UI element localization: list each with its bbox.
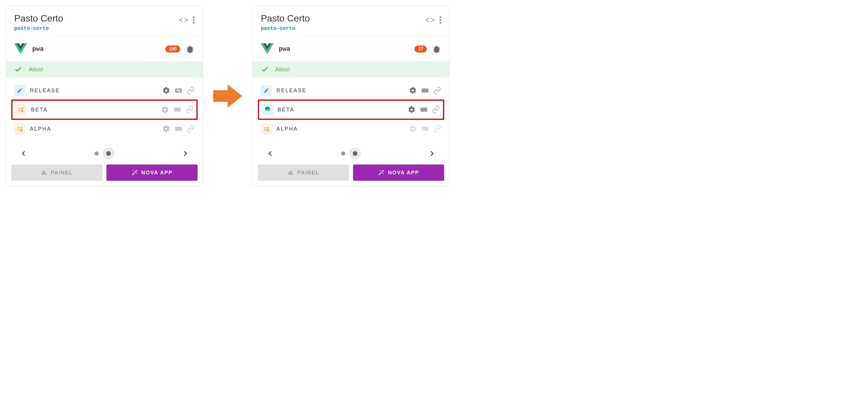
painel-button[interactable]: PAINEL <box>258 164 349 181</box>
painel-button[interactable]: PAINEL <box>11 164 102 181</box>
activity-icon[interactable] <box>173 106 181 114</box>
page-dot-active[interactable] <box>103 148 114 159</box>
svg-rect-12 <box>175 127 182 131</box>
page-dot-active[interactable] <box>349 148 361 159</box>
gear-icon[interactable] <box>409 125 417 133</box>
link-icon[interactable] <box>185 106 193 114</box>
checklist-icon <box>14 123 25 134</box>
kebab-menu-icon[interactable] <box>439 16 441 24</box>
chart-icon <box>287 169 294 176</box>
channel-name: ALPHA <box>276 126 404 132</box>
channel-row-release[interactable]: RELEASE <box>258 82 444 99</box>
channel-row-beta[interactable]: BETA <box>258 99 444 120</box>
gear-icon[interactable] <box>162 87 170 95</box>
button-row: PAINEL NOVA APP <box>253 164 450 186</box>
pencil-icon <box>14 85 25 96</box>
status-row: Ativo! <box>6 61 203 77</box>
project-slug[interactable]: pasto-certo <box>14 26 63 31</box>
notification-badge[interactable]: 37 <box>414 45 427 53</box>
activity-icon[interactable] <box>421 125 429 133</box>
transition-arrow-icon <box>212 83 244 109</box>
project-card-after: Pasto Certo pasto-certo < > pwa 37 Ativo… <box>252 6 450 186</box>
gear-icon[interactable] <box>408 106 416 114</box>
chevron-right-icon[interactable] <box>429 150 435 157</box>
status-row: Ativo! <box>253 61 450 77</box>
app-row: pwa 37 <box>253 37 450 61</box>
chevron-left-icon[interactable] <box>21 150 27 157</box>
button-row: PAINEL NOVA APP <box>6 164 203 186</box>
project-slug[interactable]: pasto-certo <box>261 26 310 31</box>
channels-list: RELEASE BETA ALPHA <box>253 77 450 142</box>
code-icon[interactable]: < > <box>425 15 434 24</box>
nova-app-label: NOVA APP <box>141 170 172 176</box>
card-header: Pasto Certo pasto-certo < > <box>6 6 203 37</box>
kebab-menu-icon[interactable] <box>193 16 195 24</box>
painel-label: PAINEL <box>51 170 73 176</box>
project-title: Pasto Certo <box>261 13 310 24</box>
activity-icon[interactable] <box>174 125 183 133</box>
chart-icon <box>41 169 47 176</box>
page-dot[interactable] <box>95 152 99 156</box>
svg-rect-26 <box>288 172 289 175</box>
nova-app-button[interactable]: NOVA APP <box>353 164 444 181</box>
channel-actions <box>409 87 441 95</box>
page-dots <box>341 148 361 159</box>
gear-icon[interactable] <box>409 87 417 95</box>
channel-name: RELEASE <box>276 88 404 94</box>
nova-app-button[interactable]: NOVA APP <box>106 164 197 181</box>
gear-icon[interactable] <box>161 106 169 114</box>
gear-icon[interactable] <box>162 125 170 133</box>
project-card-before: Pasto Certo pasto-certo < > pwa 190 Ativ… <box>6 6 203 186</box>
notification-badge[interactable]: 190 <box>165 45 180 53</box>
channel-row-beta[interactable]: BETA <box>11 99 197 120</box>
vue-logo-icon <box>261 43 274 55</box>
vue-logo-icon <box>14 43 27 55</box>
app-name: pwa <box>32 45 160 53</box>
page-dots <box>95 148 114 159</box>
bug-icon[interactable] <box>185 44 195 54</box>
channel-row-alpha[interactable]: ALPHA <box>11 120 197 138</box>
svg-rect-20 <box>421 108 427 112</box>
card-header: Pasto Certo pasto-certo < > <box>253 6 450 37</box>
activity-icon[interactable] <box>421 87 429 95</box>
pencil-icon <box>261 85 272 96</box>
link-icon[interactable] <box>433 125 441 133</box>
svg-rect-13 <box>42 172 43 175</box>
channel-actions <box>162 125 195 133</box>
chevron-left-icon[interactable] <box>267 150 274 157</box>
nova-app-label: NOVA APP <box>388 170 419 176</box>
verified-icon <box>262 104 273 115</box>
channel-name: BETA <box>31 107 156 113</box>
checklist-icon <box>261 123 272 134</box>
svg-rect-14 <box>43 170 45 175</box>
svg-rect-27 <box>290 170 291 175</box>
status-text: Ativo! <box>275 66 290 73</box>
bug-icon[interactable] <box>432 44 441 54</box>
link-icon[interactable] <box>187 125 195 133</box>
check-icon <box>261 65 269 73</box>
link-icon[interactable] <box>187 87 195 95</box>
project-title: Pasto Certo <box>14 13 63 24</box>
svg-rect-15 <box>45 173 46 175</box>
channel-name: BETA <box>278 107 403 113</box>
channel-actions <box>161 106 193 114</box>
link-icon[interactable] <box>433 87 441 95</box>
activity-icon[interactable] <box>174 87 183 95</box>
chevron-right-icon[interactable] <box>182 150 188 157</box>
link-icon[interactable] <box>432 106 440 114</box>
svg-rect-25 <box>422 127 428 131</box>
channel-actions <box>162 87 195 95</box>
channel-name: ALPHA <box>30 126 158 132</box>
channel-row-release[interactable]: RELEASE <box>11 82 197 99</box>
checklist-icon <box>16 104 26 115</box>
channel-row-alpha[interactable]: ALPHA <box>258 120 444 138</box>
pager <box>6 142 203 164</box>
channels-list: RELEASE BETA ALPHA <box>6 77 203 142</box>
status-text: Ativo! <box>29 66 43 73</box>
code-icon[interactable]: < > <box>178 15 188 24</box>
activity-icon[interactable] <box>420 106 428 114</box>
app-name: pwa <box>279 45 409 53</box>
svg-rect-28 <box>291 173 293 175</box>
page-dot[interactable] <box>341 152 345 156</box>
channel-actions <box>408 106 440 114</box>
